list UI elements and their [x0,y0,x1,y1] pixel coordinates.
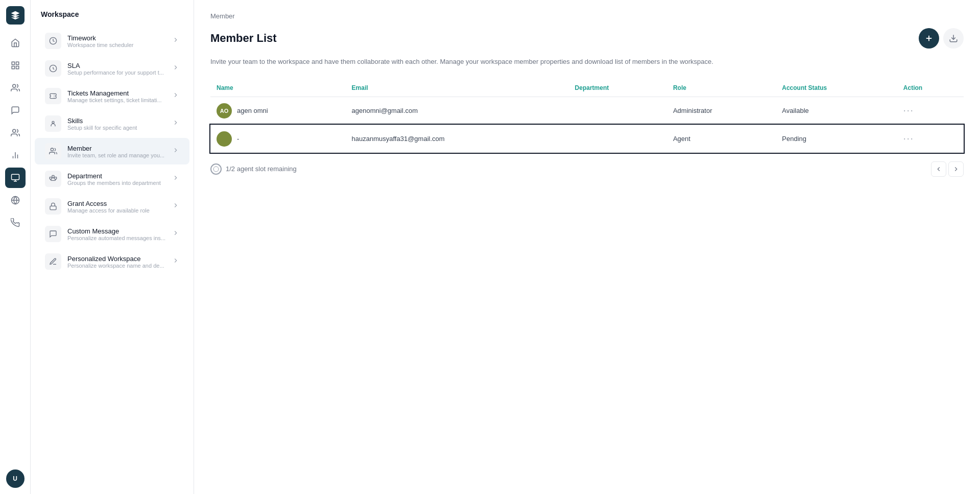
main-content: Member Member List Invite your team to t… [194,0,980,494]
svg-rect-19 [50,206,56,209]
agent-slot-text: 1/2 agent slot remaining [226,165,297,173]
custom-message-content: Custom Message Personalize automated mes… [67,227,168,241]
sidebar-item-personalized-workspace[interactable]: Personalized Workspace Personalize works… [35,248,189,275]
grant-access-desc: Manage access for available role [67,207,168,214]
breadcrumb: Member [210,12,964,20]
col-email: Email [346,79,569,97]
table-row: - hauzanmusyaffa31@gmail.com Agent Pendi… [210,125,964,153]
department-desc: Groups the members into department [67,180,168,186]
nav-home[interactable] [5,33,26,53]
cell-email-0: agenomni@gmail.com [346,97,569,125]
table-row: AO agen omni agenomni@gmail.com Administ… [210,97,964,125]
svg-point-14 [52,121,54,123]
nav-globe[interactable] [5,190,26,210]
tickets-content: Tickets Management Manage ticket setting… [67,89,168,103]
svg-point-23 [213,167,219,172]
tickets-desc: Manage ticket settings, ticket limitati.… [67,97,168,103]
sidebar-title: Workspace [31,10,194,27]
cell-action-0: ··· [897,97,964,125]
contacts-icon [11,83,20,92]
page-header: Member List [210,28,964,49]
skills-chevron [172,119,179,128]
svg-rect-0 [12,62,14,64]
sidebar-item-sla[interactable]: SLA Setup performance for your support t… [35,55,189,82]
sidebar-item-member[interactable]: Member Invite team, set role and manage … [35,138,189,164]
member-name-cell-1: - [217,131,340,147]
download-button[interactable] [943,28,964,49]
nav-chat[interactable] [5,100,26,121]
col-account-status: Account Status [776,79,897,97]
skills-desc: Setup skill for specific agent [67,125,168,131]
custom-message-desc: Personalize automated messages ins... [67,235,168,241]
sidebar-item-department[interactable]: Department Groups the members into depar… [35,166,189,192]
next-page-button[interactable] [948,161,964,177]
chevron-right-icon [952,166,960,173]
plus-icon [924,34,934,43]
svg-rect-17 [55,177,57,179]
personalized-workspace-title: Personalized Workspace [67,255,168,263]
col-name: Name [210,79,346,97]
col-role: Role [667,79,776,97]
member-content: Member Invite team, set role and manage … [67,145,168,158]
tickets-chevron [172,91,179,101]
sidebar-item-grant-access[interactable]: Grant Access Manage access for available… [35,193,189,220]
timework-chevron [172,36,179,45]
nav-team[interactable] [5,123,26,143]
chevron-left-icon [935,166,942,173]
nav-reports[interactable] [5,145,26,166]
member-name-text-1: - [237,135,239,143]
personalized-workspace-chevron [172,257,179,266]
member-name-cell-0: AO agen omni [217,103,340,119]
team-icon [11,128,20,137]
grant-access-title: Grant Access [67,200,168,207]
reports-icon [11,151,20,160]
sla-chevron [172,64,179,73]
member-desc: Invite team, set role and manage you... [67,152,168,158]
logo-icon [10,10,20,20]
cell-email-1: hauzanmusyaffa31@gmail.com [346,125,569,153]
svg-rect-18 [52,175,54,177]
tickets-title: Tickets Management [67,89,168,97]
svg-rect-2 [16,66,18,69]
nav-contacts[interactable] [5,78,26,98]
page-description: Invite your team to the workspace and ha… [210,57,964,67]
timework-desc: Workspace time scheduler [67,42,168,48]
svg-rect-1 [16,62,18,64]
timework-title: Timework [67,34,168,42]
action-menu-0[interactable]: ··· [903,105,914,115]
cell-action-1: ··· [897,125,964,153]
chat-icon [11,106,20,115]
prev-page-button[interactable] [931,161,946,177]
member-icon [45,143,61,159]
department-chevron [172,174,179,183]
member-title: Member [67,145,168,152]
table-header-row: Name Email Department Role Account Statu… [210,79,964,97]
nav-workspace[interactable] [5,168,26,188]
sidebar-item-skills[interactable]: Skills Setup skill for specific agent [35,110,189,137]
action-menu-1[interactable]: ··· [903,133,914,144]
slot-icon [210,163,222,175]
member-chevron [172,147,179,156]
home-icon [11,38,20,48]
nav-support[interactable] [5,213,26,233]
col-department: Department [569,79,667,97]
sidebar-item-timework[interactable]: Timework Workspace time scheduler [35,28,189,54]
svg-point-15 [51,148,53,151]
add-member-button[interactable] [919,28,939,49]
table-footer: 1/2 agent slot remaining [210,161,964,177]
slot-circle-icon [213,166,219,172]
svg-rect-3 [12,66,14,69]
cell-name-0: AO agen omni [210,97,346,125]
sidebar-item-tickets[interactable]: Tickets Management Manage ticket setting… [35,83,189,109]
personalized-workspace-content: Personalized Workspace Personalize works… [67,255,168,269]
sidebar-item-custom-message[interactable]: Custom Message Personalize automated mes… [35,221,189,247]
app-logo[interactable] [6,6,25,25]
svg-point-5 [12,129,15,132]
sidebar-bottom: U [6,469,25,488]
member-avatar-0: AO [217,103,232,119]
cell-name-1: - [210,125,346,153]
cell-role-1: Agent [667,125,776,153]
nav-dashboard[interactable] [5,55,26,76]
globe-icon [11,196,20,205]
user-avatar[interactable]: U [6,469,25,488]
